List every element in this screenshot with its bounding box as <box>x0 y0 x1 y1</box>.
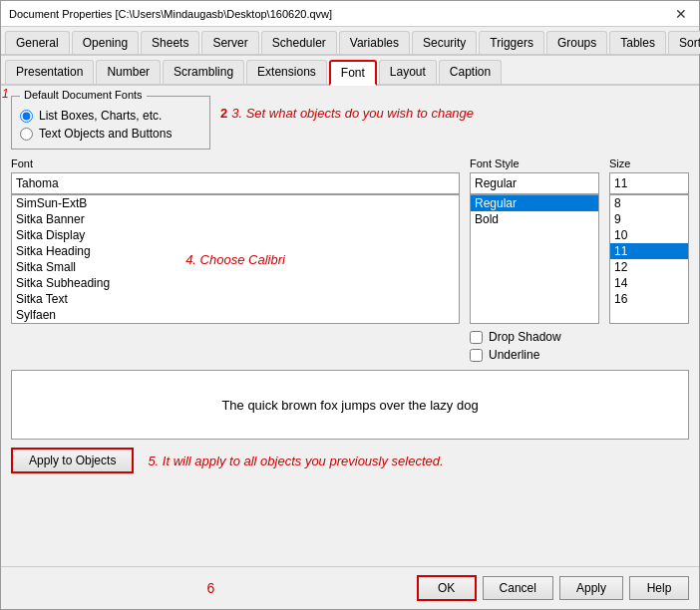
radio-pane: Default Document Fonts 1 List Boxes, Cha… <box>11 96 210 150</box>
font-item-sitka-banner[interactable]: Sitka Banner <box>12 211 459 227</box>
drop-shadow-label: Drop Shadow <box>489 330 561 344</box>
font-section: Font SimSun-ExtB Sitka Banner Sitka Disp… <box>11 157 460 362</box>
underline-input[interactable] <box>470 349 483 362</box>
underline-checkbox[interactable]: Underline <box>470 348 599 362</box>
style-bold[interactable]: Bold <box>471 211 598 227</box>
size-16[interactable]: 16 <box>610 291 688 307</box>
font-list[interactable]: SimSun-ExtB Sitka Banner Sitka Display S… <box>11 194 460 324</box>
font-field-label: Font <box>11 157 460 169</box>
bottom-bar: 6 OK Cancel Apply Help <box>1 566 699 609</box>
radio-text-objects-label: Text Objects and Buttons <box>39 127 172 141</box>
cancel-button[interactable]: Cancel <box>483 576 553 600</box>
tab-sort[interactable]: Sort <box>668 31 700 54</box>
font-item-sylfaen[interactable]: Sylfaen <box>12 307 459 323</box>
preview-box: The quick brown fox jumps over the lazy … <box>11 370 689 440</box>
step6-number: 6 <box>11 580 411 596</box>
main-content: Default Document Fonts 1 List Boxes, Cha… <box>1 86 699 566</box>
tab-opening[interactable]: Opening <box>72 31 139 54</box>
close-button[interactable]: ✕ <box>671 6 691 22</box>
tab-variables[interactable]: Variables <box>339 31 410 54</box>
radio-list-boxes-input[interactable] <box>20 110 33 123</box>
font-item-sitka-small[interactable]: Sitka Small <box>12 259 459 275</box>
main-window: Document Properties [C:\Users\Mindaugasb… <box>0 0 700 610</box>
underline-label: Underline <box>489 348 539 362</box>
font-style-section: Font Style Regular Bold Drop Shadow Unde… <box>470 157 599 362</box>
tab-tables[interactable]: Tables <box>609 31 666 54</box>
font-fields-row: Font SimSun-ExtB Sitka Banner Sitka Disp… <box>11 157 689 362</box>
tab-bar-row1: General Opening Sheets Server Scheduler … <box>1 27 699 56</box>
step1-number: 1 <box>2 87 9 101</box>
tab-security[interactable]: Security <box>412 31 477 54</box>
tab-sheets[interactable]: Sheets <box>141 31 199 54</box>
size-8[interactable]: 8 <box>610 195 688 211</box>
size-9[interactable]: 9 <box>610 211 688 227</box>
size-10[interactable]: 10 <box>610 227 688 243</box>
radio-group: List Boxes, Charts, etc. Text Objects an… <box>20 109 201 141</box>
size-input[interactable] <box>609 172 689 194</box>
apply-row: Apply to Objects 5. It will apply to all… <box>11 448 689 473</box>
tab-scrambling[interactable]: Scrambling <box>163 60 244 84</box>
default-fonts-box: Default Document Fonts 1 List Boxes, Cha… <box>11 96 210 150</box>
font-input[interactable] <box>11 172 460 194</box>
tab-layout[interactable]: Layout <box>379 60 437 84</box>
font-item-symbol[interactable]: Symbol <box>12 323 459 324</box>
tab-font[interactable]: Font <box>329 60 377 86</box>
tab-extensions[interactable]: Extensions <box>246 60 327 84</box>
ok-button[interactable]: OK <box>417 575 477 601</box>
font-item-sitka-text[interactable]: Sitka Text <box>12 291 459 307</box>
tab-bar-row2: Presentation Number Scrambling Extension… <box>1 56 699 86</box>
style-regular[interactable]: Regular <box>471 195 598 211</box>
apply-button[interactable]: Apply <box>559 576 623 600</box>
size-section: Size 8 9 10 11 12 14 16 <box>609 157 689 362</box>
tab-caption[interactable]: Caption <box>439 60 502 84</box>
tab-groups[interactable]: Groups <box>546 31 607 54</box>
step2-number: 2 <box>220 106 227 121</box>
tab-general[interactable]: General <box>5 31 70 54</box>
radio-text-objects-input[interactable] <box>20 128 33 141</box>
drop-shadow-checkbox[interactable]: Drop Shadow <box>470 330 599 344</box>
step2-area: 2 3. Set what objects do you wish to cha… <box>220 96 689 121</box>
radio-list-boxes[interactable]: List Boxes, Charts, etc. <box>20 109 201 123</box>
size-14[interactable]: 14 <box>610 275 688 291</box>
top-section-row: Default Document Fonts 1 List Boxes, Cha… <box>11 96 689 150</box>
size-list[interactable]: 8 9 10 11 12 14 16 <box>609 194 689 324</box>
tab-triggers[interactable]: Triggers <box>479 31 544 54</box>
radio-list-boxes-label: List Boxes, Charts, etc. <box>39 109 162 123</box>
font-item-sitka-heading[interactable]: Sitka Heading <box>12 243 459 259</box>
title-bar: Document Properties [C:\Users\Mindaugasb… <box>1 1 699 27</box>
font-style-list[interactable]: Regular Bold <box>470 194 599 324</box>
checkboxes-area: Drop Shadow Underline <box>470 330 599 362</box>
help-button[interactable]: Help <box>629 576 689 600</box>
tab-scheduler[interactable]: Scheduler <box>261 31 337 54</box>
font-style-input[interactable] <box>470 172 599 194</box>
font-item-sitka-display[interactable]: Sitka Display <box>12 227 459 243</box>
font-style-label: Font Style <box>470 157 599 169</box>
size-11[interactable]: 11 <box>610 243 688 259</box>
size-12[interactable]: 12 <box>610 259 688 275</box>
preview-text: The quick brown fox jumps over the lazy … <box>221 398 478 413</box>
size-field-label: Size <box>609 157 689 169</box>
drop-shadow-input[interactable] <box>470 331 483 344</box>
tab-presentation[interactable]: Presentation <box>5 60 94 84</box>
window-title: Document Properties [C:\Users\Mindaugasb… <box>9 8 332 20</box>
step3-label: 3. Set what objects do you wish to chang… <box>231 106 474 121</box>
apply-step-text: 5. It will apply to all objects you prev… <box>148 454 443 468</box>
apply-to-objects-button[interactable]: Apply to Objects <box>11 448 134 473</box>
font-item-simsum[interactable]: SimSun-ExtB <box>12 195 459 211</box>
font-item-sitka-subheading[interactable]: Sitka Subheading <box>12 275 459 291</box>
radio-text-objects[interactable]: Text Objects and Buttons <box>20 127 201 141</box>
tab-number[interactable]: Number <box>96 60 161 84</box>
default-fonts-label: Default Document Fonts <box>20 89 147 101</box>
tab-server[interactable]: Server <box>201 31 258 54</box>
